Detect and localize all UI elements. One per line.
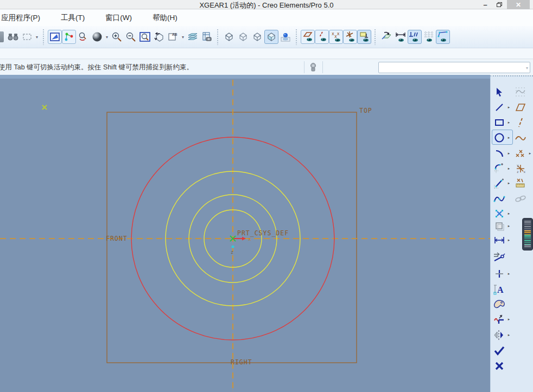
lock-scale-button[interactable] bbox=[306, 61, 320, 74]
spin-center-view-button[interactable] bbox=[76, 30, 90, 44]
title-bar: XGEAR1 (活动的) - Creo Elements/Pro 5.0 – ✕ bbox=[0, 0, 533, 9]
flyout-icon: ▸ bbox=[508, 151, 510, 156]
use-edge-tool[interactable] bbox=[492, 219, 506, 233]
grid-display-icon bbox=[422, 30, 435, 43]
datum-label-right[interactable]: RIGHT bbox=[231, 358, 252, 366]
view-manager-button[interactable] bbox=[200, 30, 214, 44]
cancel-button[interactable] bbox=[492, 359, 506, 373]
sketch-orientation-button[interactable] bbox=[379, 30, 394, 44]
spline-tool[interactable] bbox=[492, 192, 506, 206]
zoom-in-button[interactable] bbox=[110, 30, 124, 44]
dimension-display-toggle[interactable] bbox=[394, 30, 408, 44]
use-edge-flyout[interactable]: ▸ bbox=[506, 224, 511, 228]
modify-dimension-tool[interactable] bbox=[492, 250, 506, 265]
text-tool[interactable]: A bbox=[492, 282, 506, 297]
snap-marker bbox=[42, 105, 47, 110]
circle-flyout[interactable]: ▸ bbox=[506, 136, 511, 140]
layers-button[interactable] bbox=[186, 30, 200, 44]
csys-display-toggle[interactable] bbox=[343, 30, 357, 44]
select-region-dropdown[interactable]: ▾ bbox=[34, 30, 40, 44]
csys-tool[interactable]: y z x bbox=[513, 162, 528, 176]
parallelogram-icon bbox=[515, 102, 526, 112]
axis-display-toggle[interactable] bbox=[315, 30, 329, 44]
minimize-button[interactable]: – bbox=[479, 0, 492, 9]
spline-curve-tool[interactable] bbox=[513, 131, 528, 145]
grid-display-toggle[interactable] bbox=[422, 30, 436, 44]
menu-window[interactable]: 窗口(W) bbox=[100, 11, 137, 25]
point-flyout[interactable]: ▸ bbox=[506, 211, 511, 216]
graphics-area[interactable]: x z TOP FRONT RIGHT PRT_CSYS_DEF bbox=[0, 79, 490, 392]
menu-applications[interactable]: 应用程序(P) bbox=[0, 11, 46, 25]
sketch-drawing: x z TOP FRONT RIGHT PRT_CSYS_DEF bbox=[0, 79, 490, 392]
zoom-out-button[interactable] bbox=[124, 30, 138, 44]
close-button[interactable]: ✕ bbox=[507, 0, 530, 9]
mirror-flyout[interactable]: ▸ bbox=[506, 333, 511, 337]
x-axis-arrowhead bbox=[242, 237, 246, 241]
arc-flyout[interactable]: ▸ bbox=[506, 151, 511, 156]
trim-tool[interactable] bbox=[492, 312, 506, 326]
reorient-button[interactable] bbox=[152, 30, 166, 44]
csys-display-icon bbox=[344, 31, 356, 43]
csys-label[interactable]: PRT_CSYS_DEF bbox=[237, 229, 289, 237]
enhanced-realism-button[interactable] bbox=[278, 30, 293, 44]
rectangle-flyout[interactable]: ▸ bbox=[506, 120, 511, 125]
datum-label-front[interactable]: FRONT bbox=[106, 235, 128, 242]
tool-row: ▸ bbox=[491, 130, 533, 145]
no-hidden-button[interactable] bbox=[250, 30, 264, 44]
coordinate-tool[interactable] bbox=[513, 176, 528, 190]
menu-tools[interactable]: 工具(T) bbox=[55, 11, 90, 25]
menu-help[interactable]: 帮助(H) bbox=[147, 11, 183, 25]
menu-bar: 应用程序(P) 工具(T) 窗口(W) 帮助(H) bbox=[0, 10, 533, 26]
points-flyout[interactable]: ▸ bbox=[528, 151, 532, 156]
selection-filter-combobox[interactable]: ▾ bbox=[378, 62, 530, 73]
shaded-sphere-button[interactable] bbox=[90, 30, 104, 44]
refit-button[interactable] bbox=[138, 30, 152, 44]
dimension-tool[interactable] bbox=[492, 233, 506, 247]
sphere-dropdown[interactable]: ▾ bbox=[104, 30, 110, 44]
datum-display-button[interactable] bbox=[62, 30, 76, 44]
line-flyout[interactable]: ▸ bbox=[506, 105, 511, 110]
axis-x-label: x bbox=[248, 236, 251, 242]
centerline-tool[interactable] bbox=[513, 115, 528, 130]
select-region-button[interactable] bbox=[20, 30, 34, 44]
combo-dropdown-icon[interactable]: ▾ bbox=[526, 66, 528, 70]
constraint-display-toggle[interactable] bbox=[408, 30, 422, 44]
tool-row: ▸ bbox=[491, 100, 533, 114]
hidden-line-button[interactable] bbox=[236, 30, 250, 44]
chamfer-flyout[interactable]: ▸ bbox=[506, 181, 511, 185]
indicator-segment bbox=[524, 230, 531, 235]
saved-views-button[interactable]: AB bbox=[166, 30, 180, 44]
flyout-icon: ▸ bbox=[529, 151, 531, 156]
palette-tool[interactable] bbox=[492, 298, 506, 312]
points-tool[interactable] bbox=[513, 146, 528, 160]
fillet-tool[interactable] bbox=[492, 162, 506, 176]
done-button[interactable] bbox=[492, 344, 506, 358]
zoom-in-icon bbox=[111, 31, 122, 42]
mirror-tool[interactable] bbox=[492, 328, 506, 342]
constrain-tool[interactable] bbox=[492, 267, 506, 281]
restore-button[interactable] bbox=[493, 0, 506, 9]
circle-tool[interactable] bbox=[492, 131, 506, 145]
datum-label-top[interactable]: TOP bbox=[359, 107, 372, 114]
chamfer-tool[interactable] bbox=[492, 176, 506, 190]
wireframe-button[interactable] bbox=[222, 30, 236, 44]
arc-tool[interactable] bbox=[492, 146, 506, 160]
point-display-toggle[interactable]: x x x bbox=[329, 30, 343, 44]
vertex-display-toggle[interactable] bbox=[436, 30, 450, 44]
sketch-display-button[interactable] bbox=[48, 30, 62, 44]
docked-scroll-indicator[interactable] bbox=[522, 218, 533, 250]
combo-input[interactable] bbox=[379, 62, 530, 73]
trim-flyout[interactable]: ▸ bbox=[506, 317, 511, 322]
plane-display-toggle[interactable] bbox=[301, 30, 315, 44]
dimension-flyout[interactable]: ▸ bbox=[506, 238, 511, 242]
datum-plane-tool[interactable] bbox=[513, 100, 528, 114]
line-tool[interactable] bbox=[492, 100, 506, 114]
constrain-flyout[interactable]: ▸ bbox=[506, 272, 511, 276]
fillet-flyout[interactable]: ▸ bbox=[506, 166, 511, 171]
spin-center-display-toggle[interactable] bbox=[357, 30, 371, 44]
find-button[interactable] bbox=[6, 30, 20, 44]
select-tool[interactable] bbox=[492, 85, 506, 99]
saved-views-dropdown[interactable]: ▾ bbox=[180, 30, 186, 44]
rectangle-tool[interactable] bbox=[492, 115, 506, 130]
shaded-button[interactable] bbox=[264, 30, 278, 44]
